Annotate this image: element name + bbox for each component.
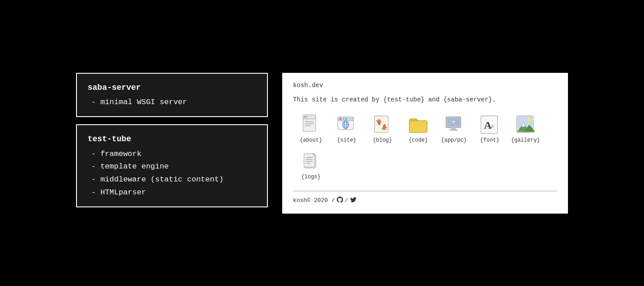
svg-point-5 [304,116,305,117]
logs-icon-img [300,151,322,172]
svg-rect-30 [451,127,456,129]
left-panel: saba-server - minimal WSGI server test-t… [76,73,268,208]
svg-rect-43 [304,153,315,167]
testtube-item-1: - framework [88,148,256,161]
site-description: This site is created by {test-tube} and … [293,96,557,103]
site-label: {site} [337,137,356,143]
about-label: {about} [300,137,322,143]
svg-point-11 [345,118,347,119]
icon-code[interactable]: {code} [400,114,436,143]
code-label: {code} [409,137,428,143]
icons-grid: {about} [293,114,557,187]
main-container: saba-server - minimal WSGI server test-t… [76,73,568,214]
icon-gallery[interactable]: {gallery} [508,114,543,143]
testtube-box: test-tube - framework - template engine … [76,124,268,207]
about-icon-img [300,114,322,135]
svg-point-20 [378,119,379,120]
slash-separator: / [345,197,348,204]
saba-server-box: saba-server - minimal WSGI server [76,73,268,117]
twitter-icon[interactable] [350,197,356,205]
site-icon-img [336,114,357,135]
svg-point-24 [382,128,383,129]
gallery-label: {gallery} [511,137,540,143]
svg-point-25 [383,129,385,130]
svg-rect-32 [452,121,455,122]
code-icon-img [407,114,429,135]
icon-font[interactable]: A a {font} [472,114,508,143]
svg-point-22 [380,121,381,122]
icon-site[interactable]: {site} [329,114,364,143]
svg-rect-17 [375,116,389,132]
testtube-item-3: - middleware (static content) [88,173,256,186]
svg-point-38 [528,118,532,122]
apppc-icon-img [443,114,465,135]
logs-label: {logs} [301,174,321,180]
font-label: {font} [480,137,500,143]
testtube-item-4: - HTMLparser [88,186,256,199]
testtube-item-2: - template engine [88,160,256,173]
svg-rect-31 [449,129,458,130]
icon-logs[interactable]: {logs} [293,151,329,180]
saba-server-title: saba-server [88,81,256,95]
testtube-title: test-tube [88,132,256,146]
svg-point-9 [339,118,341,119]
icon-apppc[interactable]: {app/pc} [436,114,472,143]
gallery-icon-img [515,114,536,135]
right-panel: kosh.dev This site is created by {test-t… [282,73,568,214]
icon-blog[interactable]: {blog} [364,114,400,143]
apppc-label: {app/pc} [441,137,467,143]
footer: kosh© 2020 / / [293,197,557,205]
svg-point-10 [342,118,344,119]
saba-server-item-1: - minimal WSGI server [88,96,256,109]
blog-icon-img [372,114,393,135]
svg-point-6 [306,116,307,117]
svg-text:a: a [491,121,494,129]
blog-label: {blog} [373,137,392,143]
footer-text: kosh© 2020 / [293,197,335,204]
footer-divider [293,191,557,191]
svg-point-19 [377,120,378,121]
github-icon[interactable] [337,197,343,205]
font-icon-img: A a [479,114,500,135]
svg-point-27 [386,126,387,128]
svg-point-21 [379,119,381,121]
site-url: kosh.dev [293,82,557,89]
icon-about[interactable]: {about} [293,114,329,143]
svg-point-26 [385,128,386,130]
